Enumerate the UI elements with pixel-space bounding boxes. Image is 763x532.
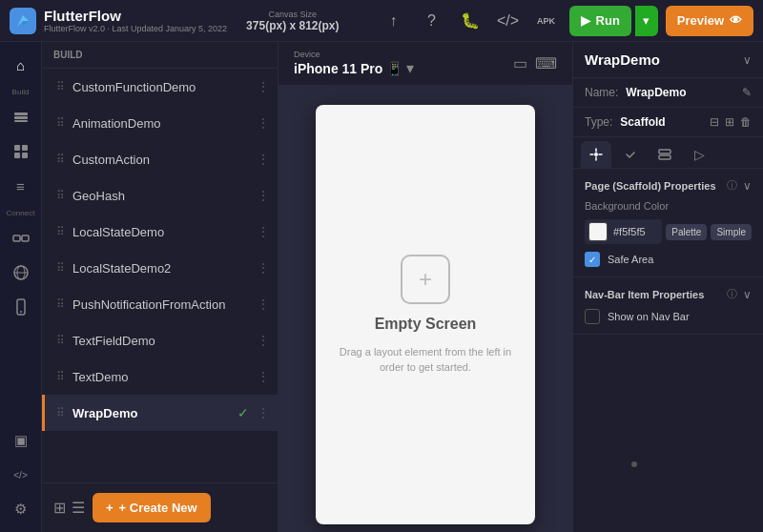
keyboard-view-icon[interactable]: ⌨ — [535, 54, 557, 72]
code-button[interactable]: </> — [493, 6, 524, 36]
right-panel: WrapDemo ∨ Name: WrapDemo ✎ Type: Scaffo… — [572, 42, 763, 532]
svg-rect-4 — [14, 120, 28, 122]
logo-text-area: FlutterFlow FlutterFlow v2.0 · Last Upda… — [44, 8, 227, 33]
upload-button[interactable]: ↑ — [379, 6, 409, 36]
device-select[interactable]: iPhone 11 Pro 📱 ▾ — [294, 59, 414, 77]
more-icon[interactable]: ⋮ — [257, 260, 270, 276]
device-bar: Device iPhone 11 Pro 📱 ▾ ▭ ⌨ — [278, 42, 572, 86]
svg-rect-5 — [14, 145, 20, 151]
media-icon[interactable]: ▣ — [6, 425, 36, 456]
preview-button[interactable]: Preview 👁 — [666, 6, 753, 36]
main-area: ⌂ Build ≡ Connect — [0, 42, 763, 532]
sidebar-item[interactable]: ⠿ WrapDemo ✓ ⋮ — [42, 395, 278, 431]
panel-expand-icon[interactable]: ∨ — [743, 53, 752, 67]
bg-color-row: Background Color — [585, 200, 752, 212]
tab-actions[interactable] — [615, 141, 646, 168]
run-label: Run — [596, 13, 620, 28]
scaffold-expand-icon[interactable]: ∨ — [743, 179, 752, 193]
svg-point-17 — [594, 153, 598, 156]
home-icon[interactable]: ⌂ — [6, 50, 36, 80]
panel-tabs: ▷ — [573, 137, 763, 169]
show-nav-bar-label: Show on Nav Bar — [608, 311, 690, 322]
empty-screen-title: Empty Screen — [375, 316, 477, 333]
navbar-expand-icon[interactable]: ∨ — [743, 288, 752, 301]
components-icon[interactable] — [6, 136, 36, 167]
sidebar-item-label: TextDemo — [72, 370, 249, 384]
more-icon[interactable]: ⋮ — [257, 188, 270, 203]
plus-icon: + — [106, 501, 113, 515]
duplicate-type-icon[interactable]: ⊞ — [725, 115, 734, 129]
color-value: #f5f5f5 — [613, 226, 646, 237]
more-icon[interactable]: ⋮ — [257, 79, 270, 94]
sidebar-item[interactable]: ⠿ LocalStateDemo2 ⋮ — [42, 250, 278, 286]
show-nav-bar-checkbox[interactable] — [585, 309, 600, 324]
sidebar-item[interactable]: ⠿ TextDemo ⋮ — [42, 358, 278, 395]
sidebar-item[interactable]: ⠿ AnimationDemo ⋮ — [42, 105, 278, 141]
device-label: Device — [294, 50, 414, 59]
footer-icons: ⊞ ☰ — [53, 499, 85, 517]
more-icon[interactable]: ⋮ — [257, 405, 270, 420]
device-icon[interactable] — [6, 292, 36, 322]
sidebar-item[interactable]: ⠿ CustomAction ⋮ — [42, 141, 278, 177]
connect-icon[interactable] — [6, 223, 36, 254]
sidebar-item[interactable]: ⠿ PushNotificationFromAction ⋮ — [42, 286, 278, 322]
navbar-info-icon: ⓘ — [727, 287, 737, 301]
more-icon[interactable]: ⋮ — [257, 297, 270, 312]
tab-play[interactable]: ▷ — [684, 141, 714, 168]
sidebar-item[interactable]: ⠿ LocalStateDemo ⋮ — [42, 214, 278, 250]
bug-button[interactable]: 🐛 — [455, 6, 485, 36]
more-icon[interactable]: ⋮ — [257, 115, 270, 131]
list-icon[interactable]: ☰ — [72, 499, 85, 517]
layers-icon[interactable] — [6, 102, 36, 133]
more-icon[interactable]: ⋮ — [257, 333, 270, 348]
connect-label: Connect — [0, 209, 41, 217]
tab-properties[interactable] — [581, 141, 611, 168]
tab-backend[interactable] — [650, 141, 680, 168]
sidebar-item[interactable]: ⠿ CustomFunctionDemo ⋮ — [42, 69, 278, 105]
safe-area-checkbox[interactable]: ✓ — [585, 252, 600, 267]
type-label: Type: — [585, 115, 612, 129]
preview-label: Preview — [677, 13, 724, 28]
palette-button[interactable]: Palette — [666, 224, 707, 240]
more-icon[interactable]: ⋮ — [257, 224, 270, 239]
create-new-button[interactable]: + + Create New — [93, 493, 211, 522]
section-header-scaffold: Page (Scaffold) Properties ⓘ ∨ — [585, 178, 752, 193]
sidebar-item[interactable]: ⠿ TextFieldDemo ⋮ — [42, 322, 278, 358]
help-button[interactable]: ? — [417, 6, 447, 36]
bg-color-label: Background Color — [585, 200, 669, 212]
copy-type-icon[interactable]: ⊟ — [710, 115, 719, 129]
nav-icon[interactable]: ≡ — [6, 171, 36, 201]
drag-icon: ⠿ — [56, 297, 65, 311]
apk-button[interactable]: APK — [531, 6, 562, 36]
api-icon[interactable] — [6, 257, 36, 288]
run-dropdown-button[interactable]: ▾ — [635, 6, 658, 36]
active-checkmark: ✓ — [237, 405, 249, 420]
more-icon[interactable]: ⋮ — [257, 369, 270, 384]
delete-type-icon[interactable]: 🗑 — [740, 115, 752, 129]
canvas-size-label: Canvas Size — [269, 10, 318, 19]
canvas-size-value: 375(px) x 812(px) — [246, 19, 339, 32]
simple-button[interactable]: Simple — [711, 224, 752, 240]
settings-icon[interactable]: ⚙ — [6, 494, 36, 524]
safe-area-row: ✓ Safe Area — [585, 252, 752, 267]
color-swatch[interactable]: #f5f5f5 — [585, 219, 662, 244]
build-label: Build — [0, 88, 41, 96]
more-icon[interactable]: ⋮ — [257, 152, 270, 167]
grid-icon[interactable]: ⊞ — [53, 499, 66, 517]
run-button[interactable]: ▶ Run — [569, 6, 631, 36]
panel-title: WrapDemo — [585, 51, 660, 68]
panel-header: WrapDemo ∨ — [573, 42, 763, 78]
sidebar-item-label: AnimationDemo — [72, 116, 249, 131]
safe-area-label: Safe Area — [608, 254, 653, 265]
show-nav-bar-row: Show on Nav Bar — [585, 309, 752, 324]
sidebar: Build ⠿ CustomFunctionDemo ⋮ ⠿ Animation… — [42, 42, 278, 532]
canvas-viewport[interactable]: + Empty Screen Drag a layout element fro… — [278, 86, 572, 532]
edit-name-icon[interactable]: ✎ — [742, 86, 752, 99]
svg-rect-3 — [14, 116, 28, 119]
code-icon[interactable]: </> — [6, 460, 36, 490]
sidebar-item[interactable]: ⠿ GeoHash ⋮ — [42, 177, 278, 214]
drag-icon: ⠿ — [56, 189, 65, 202]
tablet-view-icon[interactable]: ▭ — [513, 54, 527, 72]
create-new-label: + Create New — [119, 501, 197, 515]
drag-icon: ⠿ — [56, 80, 65, 93]
